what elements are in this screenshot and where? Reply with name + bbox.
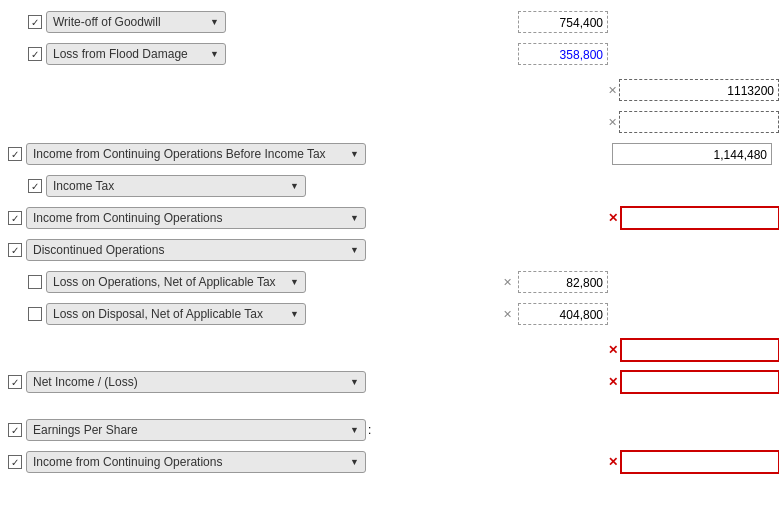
x-icon-red1: ✕ (608, 343, 618, 357)
row-write-off-goodwill: Write-off of Goodwill ▼ 754,400 (8, 8, 771, 36)
dropdown-income-from-continuing[interactable]: Income from Continuing Operations ▼ (26, 451, 366, 473)
x-icon-income-from-continuing: ✕ (608, 455, 618, 469)
row-right-dotted2: ✕ (8, 108, 771, 136)
row-income-tax: Income Tax ▼ (8, 172, 771, 200)
checkbox-write-off-goodwill[interactable] (28, 15, 42, 29)
chevron-down-icon: ▼ (290, 277, 299, 287)
row-earnings-per-share: Earnings Per Share ▼ : (8, 416, 771, 444)
x-icon-dotted1: ✕ (608, 84, 617, 97)
dropdown-loss-flood-damage[interactable]: Loss from Flood Damage ▼ (46, 43, 226, 65)
row-right-dotted1: ✕ 1113200 (8, 76, 771, 104)
row-income-continuing-ops: Income from Continuing Operations ▼ ✕ (8, 204, 771, 232)
row-loss-on-operations: Loss on Operations, Net of Applicable Ta… (8, 268, 771, 296)
input-income-continuing-ops[interactable] (620, 206, 779, 230)
x-icon-income-continuing-ops: ✕ (608, 211, 618, 225)
dropdown-label-net-income: Net Income / (Loss) (33, 375, 346, 389)
value-loss-flood-damage: 358,800 (518, 43, 608, 65)
x-icon-dotted2: ✕ (608, 116, 617, 129)
x-icon-loss-disposal: ✕ (503, 308, 512, 321)
value-dotted2 (619, 111, 779, 133)
chevron-down-icon: ▼ (350, 425, 359, 435)
chevron-down-icon: ▼ (290, 181, 299, 191)
chevron-down-icon: ▼ (350, 457, 359, 467)
checkbox-loss-on-operations[interactable] (28, 275, 42, 289)
checkbox-loss-flood-damage[interactable] (28, 47, 42, 61)
chevron-down-icon: ▼ (290, 309, 299, 319)
value-income-before-tax: 1,144,480 (612, 143, 772, 165)
dropdown-net-income[interactable]: Net Income / (Loss) ▼ (26, 371, 366, 393)
dropdown-income-tax[interactable]: Income Tax ▼ (46, 175, 306, 197)
checkbox-income-tax[interactable] (28, 179, 42, 193)
chevron-down-icon: ▼ (350, 245, 359, 255)
colon-earnings: : (368, 423, 371, 437)
chevron-down-icon: ▼ (350, 149, 359, 159)
x-icon-net-income: ✕ (608, 375, 618, 389)
checkbox-net-income[interactable] (8, 375, 22, 389)
dropdown-label-loss-on-operations: Loss on Operations, Net of Applicable Ta… (53, 275, 286, 289)
dropdown-label-loss-on-disposal: Loss on Disposal, Net of Applicable Tax (53, 307, 286, 321)
row-income-before-tax: Income from Continuing Operations Before… (8, 140, 771, 168)
checkbox-income-from-continuing[interactable] (8, 455, 22, 469)
chevron-down-icon: ▼ (350, 377, 359, 387)
dropdown-label-loss-flood-damage: Loss from Flood Damage (53, 47, 206, 61)
dropdown-earnings-per-share[interactable]: Earnings Per Share ▼ (26, 419, 366, 441)
checkbox-earnings-per-share[interactable] (8, 423, 22, 437)
chevron-down-icon: ▼ (350, 213, 359, 223)
dropdown-loss-on-operations[interactable]: Loss on Operations, Net of Applicable Ta… (46, 271, 306, 293)
value-loss-on-disposal: 404,800 (518, 303, 608, 325)
dropdown-label-income-from-continuing: Income from Continuing Operations (33, 455, 346, 469)
row-net-income: Net Income / (Loss) ▼ ✕ $ (8, 368, 771, 396)
x-icon-loss-ops: ✕ (503, 276, 512, 289)
dropdown-write-off-goodwill[interactable]: Write-off of Goodwill ▼ (46, 11, 226, 33)
dropdown-label-write-off-goodwill: Write-off of Goodwill (53, 15, 206, 29)
dropdown-label-income-continuing-ops: Income from Continuing Operations (33, 211, 346, 225)
row-right-red1: ✕ (8, 336, 771, 364)
dropdown-loss-on-disposal[interactable]: Loss on Disposal, Net of Applicable Tax … (46, 303, 306, 325)
row-income-from-continuing: Income from Continuing Operations ▼ ✕ $ (8, 448, 771, 476)
checkbox-income-before-tax[interactable] (8, 147, 22, 161)
dropdown-income-before-tax[interactable]: Income from Continuing Operations Before… (26, 143, 366, 165)
dropdown-label-earnings-per-share: Earnings Per Share (33, 423, 346, 437)
checkbox-loss-on-disposal[interactable] (28, 307, 42, 321)
input-net-income[interactable] (620, 370, 779, 394)
dropdown-label-income-before-tax: Income from Continuing Operations Before… (33, 147, 346, 161)
value-dotted1: 1113200 (619, 79, 779, 101)
row-loss-on-disposal: Loss on Disposal, Net of Applicable Tax … (8, 300, 771, 328)
dropdown-discontinued-ops[interactable]: Discontinued Operations ▼ (26, 239, 366, 261)
spacer-3 (8, 400, 771, 416)
checkbox-discontinued-ops[interactable] (8, 243, 22, 257)
input-income-from-continuing[interactable] (620, 450, 779, 474)
input-red1[interactable] (620, 338, 779, 362)
value-loss-on-operations: 82,800 (518, 271, 608, 293)
checkbox-income-continuing-ops[interactable] (8, 211, 22, 225)
value-write-off-goodwill: 754,400 (518, 11, 608, 33)
dropdown-income-continuing-ops[interactable]: Income from Continuing Operations ▼ (26, 207, 366, 229)
chevron-down-icon: ▼ (210, 17, 219, 27)
chevron-down-icon: ▼ (210, 49, 219, 59)
row-discontinued-ops: Discontinued Operations ▼ (8, 236, 771, 264)
row-loss-flood-damage: Loss from Flood Damage ▼ 358,800 (8, 40, 771, 68)
dropdown-label-discontinued-ops: Discontinued Operations (33, 243, 346, 257)
dropdown-label-income-tax: Income Tax (53, 179, 286, 193)
